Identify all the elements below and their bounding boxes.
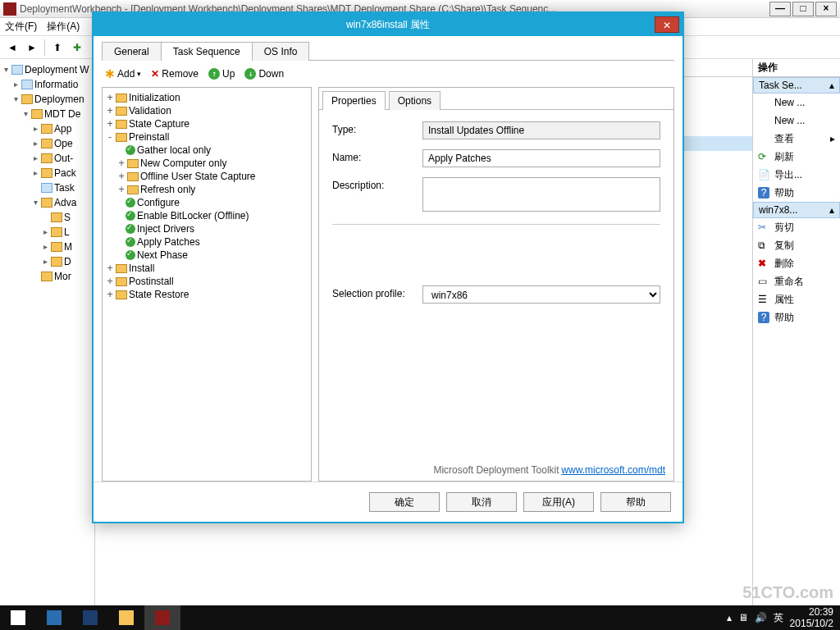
up-icon: ↑ [208, 68, 220, 80]
export-icon: 📄 [758, 169, 769, 180]
task-deployment-workbench[interactable] [144, 605, 180, 630]
action-rename[interactable]: ▭重命名 [753, 272, 840, 290]
action-group-item[interactable]: win7x8...▴ [753, 202, 840, 218]
rename-icon: ▭ [758, 276, 769, 287]
dialog-title: win7x86install 属性 [346, 18, 430, 32]
down-button[interactable]: ↓Down [241, 66, 287, 81]
back-button[interactable]: ◄ [3, 39, 21, 57]
action-group-task[interactable]: Task Se...▴ [753, 77, 840, 94]
forward-button[interactable]: ► [23, 39, 41, 57]
delete-icon: ✖ [758, 258, 769, 269]
inner-tab-options[interactable]: Options [389, 91, 441, 110]
start-button[interactable] [0, 605, 36, 630]
actions-header: 操作 [753, 59, 840, 77]
action-help-2[interactable]: ?帮助 [753, 308, 840, 326]
selection-profile-select[interactable]: win7x86 [422, 285, 660, 304]
sequence-toolbar: ✱Add▾ ✕Remove ↑Up ↓Down [102, 61, 674, 87]
dialog-tabs: General Task Sequence OS Info [102, 41, 674, 61]
mdt-link[interactable]: www.microsoft.com/mdt [561, 464, 665, 476]
actions-pane: 操作 Task Se...▴ New ... New ... 查看▸ ⟳刷新 📄… [753, 59, 840, 630]
selection-profile-label: Selection profile: [332, 285, 422, 299]
sequence-tree[interactable]: +Initialization +Validation +State Captu… [102, 87, 312, 482]
copy-icon: ⧉ [758, 240, 769, 251]
inner-tab-properties[interactable]: Properties [322, 91, 386, 110]
action-export[interactable]: 📄导出... [753, 166, 840, 184]
action-help-1[interactable]: ?帮助 [753, 184, 840, 202]
dialog-close-button[interactable]: ✕ [655, 16, 679, 33]
properties-dialog: win7x86install 属性 ✕ General Task Sequenc… [92, 11, 684, 523]
type-label: Type: [332, 121, 422, 135]
tab-general[interactable]: General [102, 42, 162, 61]
down-icon: ↓ [244, 68, 256, 80]
name-field[interactable] [422, 149, 660, 167]
action-refresh[interactable]: ⟳刷新 [753, 148, 840, 166]
help-icon: ? [758, 187, 769, 199]
action-view[interactable]: 查看▸ [753, 130, 840, 148]
add-button[interactable]: ✱Add▾ [102, 66, 144, 82]
tab-task-sequence[interactable]: Task Sequence [161, 42, 253, 61]
action-new-2[interactable]: New ... [753, 112, 840, 130]
close-button[interactable]: × [815, 2, 837, 16]
dialog-titlebar[interactable]: win7x86install 属性 ✕ [94, 13, 682, 36]
description-field[interactable] [422, 177, 660, 212]
action-delete[interactable]: ✖删除 [753, 254, 840, 272]
new-button[interactable]: ✚ [68, 39, 86, 57]
description-label: Description: [332, 177, 422, 191]
task-explorer[interactable] [108, 605, 144, 630]
apply-button[interactable]: 应用(A) [523, 492, 594, 512]
remove-icon: ✕ [151, 68, 159, 80]
up-button[interactable]: ⬆ [48, 39, 66, 57]
refresh-icon: ⟳ [758, 151, 769, 162]
menu-action[interactable]: 操作(A) [47, 20, 80, 34]
help-button[interactable]: 帮助 [600, 492, 671, 512]
add-icon: ✱ [105, 67, 115, 80]
action-copy[interactable]: ⧉复制 [753, 236, 840, 254]
action-properties[interactable]: ☰属性 [753, 290, 840, 308]
cut-icon: ✂ [758, 221, 769, 233]
menu-file[interactable]: 文件(F) [5, 20, 37, 34]
task-powershell[interactable] [72, 605, 108, 630]
up-button[interactable]: ↑Up [205, 66, 238, 81]
tab-os-info[interactable]: OS Info [252, 42, 310, 61]
remove-button[interactable]: ✕Remove [148, 66, 202, 81]
ok-button[interactable]: 确定 [369, 492, 440, 512]
action-cut[interactable]: ✂剪切 [753, 218, 840, 236]
type-field [422, 121, 660, 139]
properties-icon: ☰ [758, 294, 769, 305]
cancel-button[interactable]: 取消 [446, 492, 517, 512]
action-new-1[interactable]: New ... [753, 94, 840, 112]
app-icon [3, 2, 16, 16]
taskbar[interactable]: ▴🖥🔊英 20:392015/10/2 [0, 605, 840, 630]
nav-tree[interactable]: ▾Deployment W ▸Informatio ▾Deploymen ▾MD… [0, 59, 95, 630]
help-icon: ? [758, 312, 769, 323]
minimize-button[interactable]: — [769, 2, 791, 16]
system-tray[interactable]: ▴🖥🔊英 20:392015/10/2 [720, 606, 840, 629]
maximize-button[interactable]: □ [792, 2, 814, 16]
task-server-manager[interactable] [36, 605, 72, 630]
name-label: Name: [332, 149, 422, 163]
